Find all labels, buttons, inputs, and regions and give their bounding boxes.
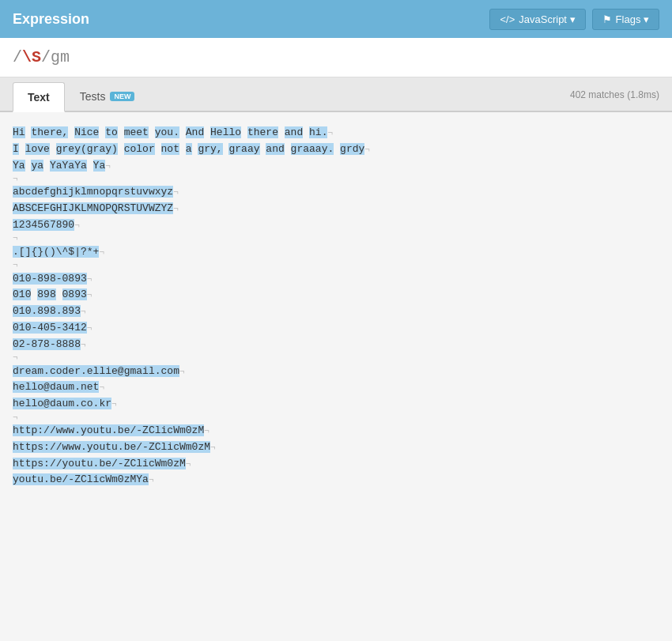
highlighted-char: 5 bbox=[50, 322, 56, 334]
highlighted-char: I bbox=[13, 143, 19, 155]
highlighted-char: 2 bbox=[19, 338, 25, 350]
text-line: https://www.youtu.be/-ZClicWm0zM¬ bbox=[13, 439, 659, 456]
highlighted-char: u bbox=[111, 441, 118, 453]
highlighted-char: t bbox=[142, 126, 149, 138]
highlighted-char: 1 bbox=[13, 219, 19, 231]
highlighted-char: a bbox=[285, 126, 291, 138]
highlighted-char: 0 bbox=[13, 338, 19, 350]
highlighted-char: l bbox=[87, 473, 93, 485]
highlighted-char: v bbox=[37, 143, 43, 155]
highlighted-char: n bbox=[81, 381, 87, 393]
highlighted-char: A bbox=[13, 202, 19, 214]
highlighted-char: s bbox=[37, 441, 43, 453]
highlighted-char: Y bbox=[74, 160, 81, 172]
highlighted-char: . bbox=[43, 365, 50, 377]
highlighted-char: e bbox=[56, 126, 62, 138]
highlighted-char: o bbox=[167, 365, 173, 377]
text-line: ABSCEFGHIJKLMNOPQRSTUVWZYZ¬ bbox=[13, 201, 659, 217]
highlighted-char: } bbox=[37, 246, 43, 258]
highlighted-char: e bbox=[68, 365, 74, 377]
highlighted-char: d bbox=[50, 381, 56, 393]
highlighted-char: h bbox=[13, 381, 19, 393]
highlighted-char: Z bbox=[149, 441, 155, 453]
highlighted-char: i bbox=[142, 365, 149, 377]
highlighted-char: h bbox=[309, 126, 315, 138]
space-char bbox=[179, 126, 186, 138]
highlighted-char: 9 bbox=[43, 288, 50, 300]
highlighted-char: A bbox=[186, 126, 192, 138]
highlighted-char: \ bbox=[56, 246, 62, 258]
highlighted-char: h bbox=[13, 398, 19, 409]
space-char bbox=[50, 143, 56, 155]
space-char bbox=[68, 126, 74, 138]
close-slash: / bbox=[41, 48, 51, 66]
highlighted-char: . bbox=[13, 246, 19, 258]
tab-text[interactable]: Text bbox=[13, 82, 65, 112]
highlighted-char: y bbox=[87, 441, 93, 453]
highlighted-char: o bbox=[235, 126, 241, 138]
highlighted-char: W bbox=[179, 441, 186, 453]
highlighted-char: r bbox=[204, 143, 210, 155]
highlighted-char: t bbox=[81, 458, 87, 469]
code-icon: </> bbox=[500, 13, 515, 25]
highlighted-char: : bbox=[37, 424, 43, 436]
highlighted-char: Y bbox=[13, 160, 19, 172]
highlighted-char: Y bbox=[136, 473, 142, 485]
highlighted-char: . bbox=[43, 473, 50, 485]
flags-button[interactable]: ⚑ Flags ▾ bbox=[592, 9, 659, 30]
text-line: youtu.be/-ZClicWm0zMYa¬ bbox=[13, 472, 659, 488]
highlighted-char: ( bbox=[81, 143, 87, 155]
highlighted-char: u bbox=[37, 473, 43, 485]
highlighted-char: 8 bbox=[68, 273, 74, 285]
line-end-mark: ¬ bbox=[87, 290, 92, 300]
highlighted-char: o bbox=[142, 143, 149, 155]
highlighted-char: c bbox=[50, 365, 56, 377]
text-line: hello@daum.net¬ bbox=[13, 379, 659, 396]
space-char bbox=[303, 126, 309, 138]
highlighted-char: F bbox=[43, 202, 50, 214]
highlighted-char: : bbox=[43, 441, 50, 453]
space-char bbox=[149, 126, 155, 138]
text-line: hello@daum.co.kr¬ bbox=[13, 396, 659, 413]
text-line: 1234567890¬ bbox=[13, 217, 659, 234]
highlighted-char: 8 bbox=[37, 288, 43, 300]
highlighted-char: d bbox=[13, 365, 19, 377]
highlighted-char: | bbox=[74, 246, 81, 258]
highlighted-char: g bbox=[56, 143, 62, 155]
highlighted-char: [ bbox=[19, 246, 25, 258]
highlighted-char: w bbox=[149, 186, 155, 198]
highlighted-char: @ bbox=[43, 381, 50, 393]
text-line: http://www.youtu.be/-ZClicWm0zM¬ bbox=[13, 423, 659, 439]
highlighted-char: 0 bbox=[118, 473, 124, 485]
text-line: Hi there, Nice to meet you. And Hello th… bbox=[13, 125, 659, 141]
expression-display: /\S/gm bbox=[13, 48, 70, 66]
space-char bbox=[278, 126, 285, 138]
highlighted-char: W bbox=[105, 473, 111, 485]
text-line: 010.898.893¬ bbox=[13, 304, 659, 320]
highlighted-char: J bbox=[68, 202, 74, 214]
highlighted-char: / bbox=[136, 441, 142, 453]
highlighted-char: 9 bbox=[43, 305, 50, 317]
javascript-button[interactable]: </> JavaScript ▾ bbox=[489, 9, 585, 30]
highlighted-char: a bbox=[303, 143, 309, 155]
highlighted-char: / bbox=[50, 458, 56, 469]
line-end-mark: ¬ bbox=[74, 221, 80, 230]
highlighted-char: e bbox=[37, 186, 43, 198]
tab-tests[interactable]: Tests NEW bbox=[65, 81, 150, 111]
highlighted-char: 0 bbox=[68, 219, 74, 231]
highlighted-char: . bbox=[81, 365, 87, 377]
highlighted-char: M bbox=[204, 441, 210, 453]
highlighted-char: t bbox=[105, 126, 111, 138]
highlighted-char: K bbox=[74, 202, 81, 214]
highlighted-char: . bbox=[74, 381, 81, 393]
highlighted-char: u bbox=[105, 424, 111, 436]
highlighted-char: o bbox=[56, 365, 62, 377]
content-area[interactable]: Hi there, Nice to meet you. And Hello th… bbox=[0, 112, 672, 641]
highlighted-char: i bbox=[81, 126, 87, 138]
highlighted-char: / bbox=[56, 458, 62, 469]
highlighted-char: u bbox=[136, 186, 142, 198]
highlighted-char: w bbox=[74, 441, 81, 453]
highlighted-char: 8 bbox=[68, 288, 74, 300]
highlighted-char: 8 bbox=[50, 305, 56, 317]
highlighted-char: - bbox=[136, 424, 142, 436]
